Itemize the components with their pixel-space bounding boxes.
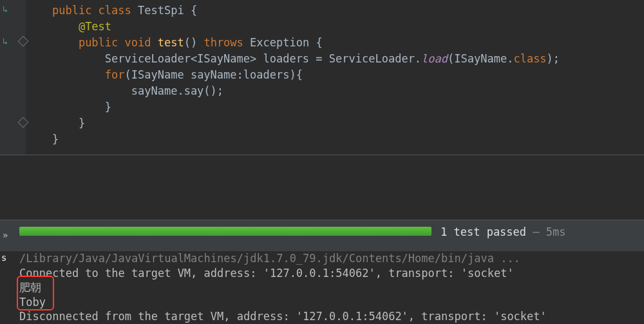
console-stdout-line: Toby <box>19 295 644 310</box>
gutter-implements-icon[interactable]: ↳ <box>3 36 13 46</box>
console-output[interactable]: /Library/Java/JavaVirtualMachines/jdk1.7… <box>19 251 644 324</box>
code-editor[interactable]: public class TestSpi { @Test public void… <box>26 0 644 148</box>
editor-gutter[interactable]: ↳ ↳ <box>0 0 26 155</box>
expand-icon[interactable]: » <box>3 230 8 240</box>
run-tab-fragment[interactable]: s <box>1 253 6 263</box>
test-summary: 1 test passed – 5ms <box>440 225 565 238</box>
console-disconnected-line: Disconnected from the target VM, address… <box>19 309 644 324</box>
test-progress-bar <box>19 227 431 236</box>
ide-window: ↳ ↳ public class TestSpi { @Test public … <box>0 0 644 324</box>
blank-panel <box>0 155 644 220</box>
console-jdk-line: /Library/Java/JavaVirtualMachines/jdk1.7… <box>19 251 644 266</box>
code-content[interactable]: public class TestSpi { @Test public void… <box>26 3 644 148</box>
test-progress-fill <box>19 227 431 236</box>
console-connected-line: Connected to the target VM, address: '12… <box>19 266 644 281</box>
tests-passed-label: 1 test passed <box>440 225 526 238</box>
gutter-implements-icon[interactable]: ↳ <box>3 4 13 14</box>
console-stdout-line: 肥朝 <box>19 280 644 295</box>
tests-time-label: – 5ms <box>526 225 565 238</box>
